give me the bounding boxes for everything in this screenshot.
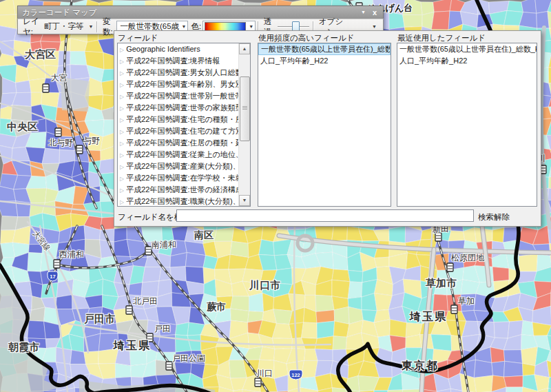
list-item-label: 人口_平均年齢_H22: [399, 56, 467, 65]
list-item-label: 平成22年国勢調査:世帯別一般世帯数: [126, 92, 250, 100]
field-search-input[interactable]: [176, 209, 474, 222]
layer-label: レイヤ:: [23, 17, 41, 37]
scroll-up-icon[interactable]: ▲: [239, 43, 250, 54]
station-icon: [147, 333, 153, 342]
list-item-label: 平成22年国勢調査:男女別人口総数及…: [126, 68, 250, 76]
route-shield: 17: [48, 271, 58, 281]
list-item[interactable]: 人口_平均年齢_H22: [258, 55, 391, 67]
chevron-down-icon: ▼: [88, 24, 93, 29]
list-item[interactable]: ▷平成22年国勢調査:世帯の家族類型別…: [118, 102, 250, 114]
list-item[interactable]: 一般世帯数(65歳以上世帯員在住)_総数_H22: [397, 43, 537, 55]
app-root: 17122 せんげん台大宮区大宮中央区北与野与野大宮線西浦和南浦和南区新田松原団…: [0, 0, 551, 392]
layer-select[interactable]: 町丁・字等 ▼: [43, 21, 94, 32]
route-shield: 122: [289, 370, 302, 380]
list-item-label: 平成22年国勢調査:年齢別、男女別人口: [126, 80, 250, 88]
list-item-label: 平成22年国勢調査:職業(大分類)、15…: [126, 197, 250, 205]
station-icon: [255, 378, 261, 386]
list-item[interactable]: ▷平成22年国勢調査:従業上の地位、男女…: [118, 149, 250, 161]
list-item[interactable]: ▷平成22年国勢調査:住宅の建て方別世帯数: [118, 125, 250, 137]
recent-fields-list[interactable]: 一般世帯数(65歳以上世帯員在住)_総数_H22人口_平均年齢_H22: [397, 43, 537, 207]
list-item-label: Geographic Identifiers: [126, 45, 200, 53]
list-item-label: 一般世帯数(65歳以上世帯員在住)_総数_H22: [261, 45, 391, 53]
list-item[interactable]: ▷平成22年国勢調査:世帯の経済構成、…: [118, 184, 250, 196]
field-chooser-panel: フィールド 使用頻度の高いフィールド 最近使用したフィールド ▷Geograph…: [114, 30, 541, 227]
list-item[interactable]: ▷平成22年国勢調査:年齢別、男女別人口: [118, 79, 250, 90]
dialog-title: カラーコード マップ: [22, 8, 357, 18]
chevron-down-icon: ▼: [182, 24, 187, 29]
fields-list[interactable]: ▷Geographic Identifiers▷平成22年国勢調査:境界情報▷平…: [117, 43, 251, 207]
expander-icon[interactable]: ▷: [120, 70, 124, 76]
expander-icon[interactable]: ▷: [120, 199, 124, 205]
list-item[interactable]: ▷平成22年国勢調査:住宅の種類・所有の…: [118, 114, 250, 125]
list-item-label: 平成22年国勢調査:住宅の建て方別世帯数: [126, 127, 250, 135]
expander-icon[interactable]: ▷: [120, 117, 124, 123]
expander-icon[interactable]: ▷: [120, 47, 124, 53]
station-icon: [447, 263, 453, 271]
recent-column-header: 最近使用したフィールド: [397, 33, 486, 43]
scroll-down-icon[interactable]: ▼: [239, 195, 250, 206]
expander-icon[interactable]: ▷: [120, 187, 124, 194]
expander-icon[interactable]: ▷: [120, 59, 124, 65]
station-icon: [435, 233, 441, 241]
station-icon: [54, 260, 60, 268]
list-item[interactable]: 人口_平均年齢_H22: [397, 55, 537, 67]
toolbar-separator: [96, 21, 98, 32]
fields-list-scrollbar[interactable]: ▲ ▼: [238, 43, 250, 206]
list-item-label: 平成22年国勢調査:在学学校・未就学の…: [126, 174, 250, 182]
expander-icon[interactable]: ▷: [120, 152, 124, 158]
list-item-label: 平成22年国勢調査:産業(大分類)、15…: [126, 162, 250, 170]
scrollbar-thumb[interactable]: [240, 76, 250, 141]
station-icon: [451, 305, 457, 313]
expander-icon[interactable]: ▷: [120, 164, 124, 170]
options-dropdown-icon[interactable]: ▼: [368, 23, 381, 30]
list-item-label: 平成22年国勢調査:世帯の経済構成、…: [126, 185, 250, 194]
list-item[interactable]: ▷平成22年国勢調査:住居の種類・延べ面…: [118, 137, 250, 149]
close-icon[interactable]: x: [369, 7, 380, 18]
list-item[interactable]: ▷平成22年国勢調査:職業(大分類)、15…: [118, 196, 250, 207]
expander-icon[interactable]: ▷: [120, 176, 124, 182]
frequent-column-header: 使用頻度の高いフィールド: [258, 33, 355, 43]
fields-column-header: フィールド: [118, 33, 158, 43]
frequent-fields-list[interactable]: 一般世帯数(65歳以上世帯員在住)_総数_H22人口_平均年齢_H22: [258, 43, 391, 207]
expander-icon[interactable]: ▷: [120, 129, 124, 135]
layer-value: 町丁・字等: [44, 21, 84, 32]
expander-icon[interactable]: ▷: [120, 94, 124, 100]
titlebar-dropdown-icon[interactable]: ▼: [357, 7, 369, 18]
svg-text:122: 122: [291, 372, 300, 378]
list-item[interactable]: ▷平成22年国勢調査:世帯別一般世帯数: [118, 90, 250, 102]
list-item[interactable]: ▷平成22年国勢調査:境界情報: [118, 55, 250, 67]
list-item[interactable]: ▷平成22年国勢調査:男女別人口総数及…: [118, 67, 250, 79]
list-item-label: 人口_平均年齢_H22: [260, 56, 328, 65]
list-item-label: 平成22年国勢調査:住居の種類・延べ面…: [126, 138, 250, 147]
station-icon: [145, 247, 152, 255]
station-icon: [55, 128, 61, 136]
clear-search-button[interactable]: 検索解除: [478, 212, 510, 223]
expander-icon[interactable]: ▷: [120, 141, 124, 147]
list-item[interactable]: 一般世帯数(65歳以上世帯員在住)_総数_H22: [258, 43, 391, 55]
expander-icon[interactable]: ▷: [120, 82, 124, 88]
search-row: フィールド名を検索: 検索解除: [114, 207, 541, 226]
list-item-label: 平成22年国勢調査:住宅の種類・所有の…: [126, 115, 250, 123]
list-item-label: 平成22年国勢調査:世帯の家族類型別…: [126, 103, 250, 112]
station-icon: [76, 145, 83, 154]
list-item[interactable]: ▷平成22年国勢調査:在学学校・未就学の…: [118, 172, 250, 184]
expander-icon[interactable]: ▷: [120, 105, 124, 112]
list-item[interactable]: ▷Geographic Identifiers: [118, 43, 250, 55]
list-item-label: 平成22年国勢調査:境界情報: [126, 56, 220, 65]
svg-text:17: 17: [50, 274, 55, 280]
list-item-label: 一般世帯数(65歳以上世帯員在住)_総数_H22: [399, 45, 537, 53]
chevron-down-icon: ▼: [249, 24, 253, 29]
station-icon: [166, 362, 172, 370]
list-item[interactable]: ▷平成22年国勢調査:産業(大分類)、15…: [118, 161, 250, 172]
list-item-label: 平成22年国勢調査:従業上の地位、男女…: [126, 150, 250, 158]
station-icon: [43, 84, 49, 92]
station-icon: [126, 306, 132, 314]
